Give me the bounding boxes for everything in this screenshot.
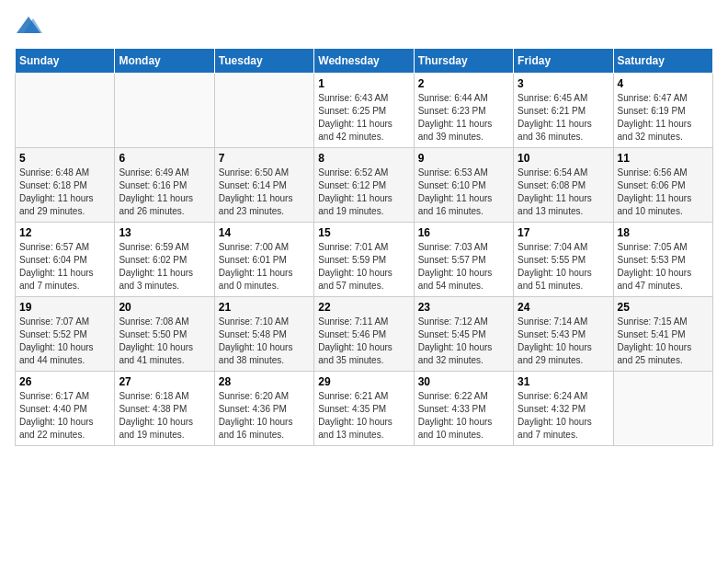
day-info: Sunrise: 6:56 AM Sunset: 6:06 PM Dayligh… bbox=[618, 167, 709, 218]
calendar-cell bbox=[613, 372, 712, 446]
calendar-cell: 8Sunrise: 6:52 AM Sunset: 6:12 PM Daylig… bbox=[314, 148, 414, 223]
calendar-cell: 14Sunrise: 7:00 AM Sunset: 6:01 PM Dayli… bbox=[214, 223, 313, 297]
day-number: 12 bbox=[19, 226, 110, 239]
day-info: Sunrise: 7:11 AM Sunset: 5:46 PM Dayligh… bbox=[318, 316, 409, 367]
day-info: Sunrise: 7:04 AM Sunset: 5:55 PM Dayligh… bbox=[518, 241, 609, 293]
calendar-cell: 20Sunrise: 7:08 AM Sunset: 5:50 PM Dayli… bbox=[115, 297, 214, 372]
calendar-cell: 3Sunrise: 6:45 AM Sunset: 6:21 PM Daylig… bbox=[514, 74, 613, 148]
logo bbox=[15, 15, 46, 37]
calendar-header-row: SundayMondayTuesdayWednesdayThursdayFrid… bbox=[16, 49, 713, 74]
day-number: 18 bbox=[618, 226, 709, 239]
weekday-header: Sunday bbox=[16, 49, 115, 74]
day-number: 20 bbox=[119, 301, 210, 314]
calendar-cell bbox=[115, 74, 214, 148]
day-number: 30 bbox=[418, 375, 509, 388]
day-info: Sunrise: 6:17 AM Sunset: 4:40 PM Dayligh… bbox=[19, 390, 110, 442]
day-info: Sunrise: 6:22 AM Sunset: 4:33 PM Dayligh… bbox=[418, 390, 509, 442]
day-number: 29 bbox=[318, 375, 409, 388]
calendar-cell: 1Sunrise: 6:43 AM Sunset: 6:25 PM Daylig… bbox=[314, 74, 414, 148]
calendar-week-row: 26Sunrise: 6:17 AM Sunset: 4:40 PM Dayli… bbox=[16, 372, 713, 446]
day-number: 27 bbox=[119, 375, 210, 388]
calendar-cell: 4Sunrise: 6:47 AM Sunset: 6:19 PM Daylig… bbox=[613, 74, 712, 148]
day-info: Sunrise: 6:54 AM Sunset: 6:08 PM Dayligh… bbox=[518, 167, 609, 218]
weekday-header: Saturday bbox=[613, 49, 712, 74]
calendar-cell: 31Sunrise: 6:24 AM Sunset: 4:32 PM Dayli… bbox=[514, 372, 613, 446]
day-number: 2 bbox=[418, 77, 509, 90]
day-number: 21 bbox=[219, 301, 310, 314]
calendar-cell: 21Sunrise: 7:10 AM Sunset: 5:48 PM Dayli… bbox=[214, 297, 313, 372]
weekday-header: Friday bbox=[514, 49, 613, 74]
day-number: 9 bbox=[418, 152, 509, 165]
day-info: Sunrise: 7:14 AM Sunset: 5:43 PM Dayligh… bbox=[518, 316, 609, 367]
day-info: Sunrise: 6:52 AM Sunset: 6:12 PM Dayligh… bbox=[318, 167, 409, 218]
calendar-cell: 10Sunrise: 6:54 AM Sunset: 6:08 PM Dayli… bbox=[514, 148, 613, 223]
day-info: Sunrise: 6:44 AM Sunset: 6:23 PM Dayligh… bbox=[418, 92, 509, 144]
weekday-header: Thursday bbox=[414, 49, 513, 74]
calendar-cell: 12Sunrise: 6:57 AM Sunset: 6:04 PM Dayli… bbox=[16, 223, 115, 297]
calendar-cell: 15Sunrise: 7:01 AM Sunset: 5:59 PM Dayli… bbox=[314, 223, 414, 297]
calendar-week-row: 19Sunrise: 7:07 AM Sunset: 5:52 PM Dayli… bbox=[16, 297, 713, 372]
calendar-cell: 13Sunrise: 6:59 AM Sunset: 6:02 PM Dayli… bbox=[115, 223, 214, 297]
calendar-cell bbox=[16, 74, 115, 148]
day-info: Sunrise: 6:53 AM Sunset: 6:10 PM Dayligh… bbox=[418, 167, 509, 218]
calendar-cell: 22Sunrise: 7:11 AM Sunset: 5:46 PM Dayli… bbox=[314, 297, 414, 372]
calendar-cell: 9Sunrise: 6:53 AM Sunset: 6:10 PM Daylig… bbox=[414, 148, 513, 223]
calendar-cell: 23Sunrise: 7:12 AM Sunset: 5:45 PM Dayli… bbox=[414, 297, 513, 372]
day-number: 10 bbox=[518, 152, 609, 165]
calendar-cell: 2Sunrise: 6:44 AM Sunset: 6:23 PM Daylig… bbox=[414, 74, 513, 148]
calendar-cell: 18Sunrise: 7:05 AM Sunset: 5:53 PM Dayli… bbox=[613, 223, 712, 297]
calendar-cell: 16Sunrise: 7:03 AM Sunset: 5:57 PM Dayli… bbox=[414, 223, 513, 297]
calendar-table: SundayMondayTuesdayWednesdayThursdayFrid… bbox=[15, 48, 713, 446]
day-info: Sunrise: 7:07 AM Sunset: 5:52 PM Dayligh… bbox=[19, 316, 110, 367]
day-info: Sunrise: 7:00 AM Sunset: 6:01 PM Dayligh… bbox=[219, 241, 310, 293]
day-info: Sunrise: 6:49 AM Sunset: 6:16 PM Dayligh… bbox=[119, 167, 210, 218]
day-info: Sunrise: 7:03 AM Sunset: 5:57 PM Dayligh… bbox=[418, 241, 509, 293]
weekday-header: Monday bbox=[115, 49, 214, 74]
day-info: Sunrise: 7:01 AM Sunset: 5:59 PM Dayligh… bbox=[318, 241, 409, 293]
day-number: 24 bbox=[518, 301, 609, 314]
day-number: 11 bbox=[618, 152, 709, 165]
day-number: 22 bbox=[318, 301, 409, 314]
day-info: Sunrise: 7:10 AM Sunset: 5:48 PM Dayligh… bbox=[219, 316, 310, 367]
day-number: 6 bbox=[119, 152, 210, 165]
day-number: 23 bbox=[418, 301, 509, 314]
day-info: Sunrise: 6:21 AM Sunset: 4:35 PM Dayligh… bbox=[318, 390, 409, 442]
calendar-cell: 5Sunrise: 6:48 AM Sunset: 6:18 PM Daylig… bbox=[16, 148, 115, 223]
day-number: 15 bbox=[318, 226, 409, 239]
calendar-cell: 27Sunrise: 6:18 AM Sunset: 4:38 PM Dayli… bbox=[115, 372, 214, 446]
day-number: 13 bbox=[119, 226, 210, 239]
day-info: Sunrise: 6:20 AM Sunset: 4:36 PM Dayligh… bbox=[219, 390, 310, 442]
day-info: Sunrise: 6:48 AM Sunset: 6:18 PM Dayligh… bbox=[19, 167, 110, 218]
day-info: Sunrise: 7:15 AM Sunset: 5:41 PM Dayligh… bbox=[618, 316, 709, 367]
calendar-cell bbox=[214, 74, 313, 148]
day-number: 3 bbox=[518, 77, 609, 90]
day-info: Sunrise: 6:59 AM Sunset: 6:02 PM Dayligh… bbox=[119, 241, 210, 293]
page-header bbox=[15, 15, 713, 37]
day-number: 26 bbox=[19, 375, 110, 388]
day-info: Sunrise: 6:45 AM Sunset: 6:21 PM Dayligh… bbox=[518, 92, 609, 144]
day-number: 8 bbox=[318, 152, 409, 165]
calendar-cell: 6Sunrise: 6:49 AM Sunset: 6:16 PM Daylig… bbox=[115, 148, 214, 223]
calendar-cell: 11Sunrise: 6:56 AM Sunset: 6:06 PM Dayli… bbox=[613, 148, 712, 223]
day-info: Sunrise: 6:43 AM Sunset: 6:25 PM Dayligh… bbox=[318, 92, 409, 144]
calendar-cell: 24Sunrise: 7:14 AM Sunset: 5:43 PM Dayli… bbox=[514, 297, 613, 372]
day-info: Sunrise: 6:24 AM Sunset: 4:32 PM Dayligh… bbox=[518, 390, 609, 442]
day-number: 1 bbox=[318, 77, 409, 90]
calendar-week-row: 12Sunrise: 6:57 AM Sunset: 6:04 PM Dayli… bbox=[16, 223, 713, 297]
day-number: 19 bbox=[19, 301, 110, 314]
day-info: Sunrise: 6:50 AM Sunset: 6:14 PM Dayligh… bbox=[219, 167, 310, 218]
day-number: 31 bbox=[518, 375, 609, 388]
day-number: 7 bbox=[219, 152, 310, 165]
calendar-cell: 29Sunrise: 6:21 AM Sunset: 4:35 PM Dayli… bbox=[314, 372, 414, 446]
day-info: Sunrise: 7:08 AM Sunset: 5:50 PM Dayligh… bbox=[119, 316, 210, 367]
day-info: Sunrise: 7:12 AM Sunset: 5:45 PM Dayligh… bbox=[418, 316, 509, 367]
day-number: 4 bbox=[618, 77, 709, 90]
calendar-cell: 17Sunrise: 7:04 AM Sunset: 5:55 PM Dayli… bbox=[514, 223, 613, 297]
day-number: 17 bbox=[518, 226, 609, 239]
weekday-header: Wednesday bbox=[314, 49, 414, 74]
day-info: Sunrise: 6:47 AM Sunset: 6:19 PM Dayligh… bbox=[618, 92, 709, 144]
day-number: 25 bbox=[618, 301, 709, 314]
day-info: Sunrise: 7:05 AM Sunset: 5:53 PM Dayligh… bbox=[618, 241, 709, 293]
calendar-cell: 25Sunrise: 7:15 AM Sunset: 5:41 PM Dayli… bbox=[613, 297, 712, 372]
calendar-week-row: 5Sunrise: 6:48 AM Sunset: 6:18 PM Daylig… bbox=[16, 148, 713, 223]
